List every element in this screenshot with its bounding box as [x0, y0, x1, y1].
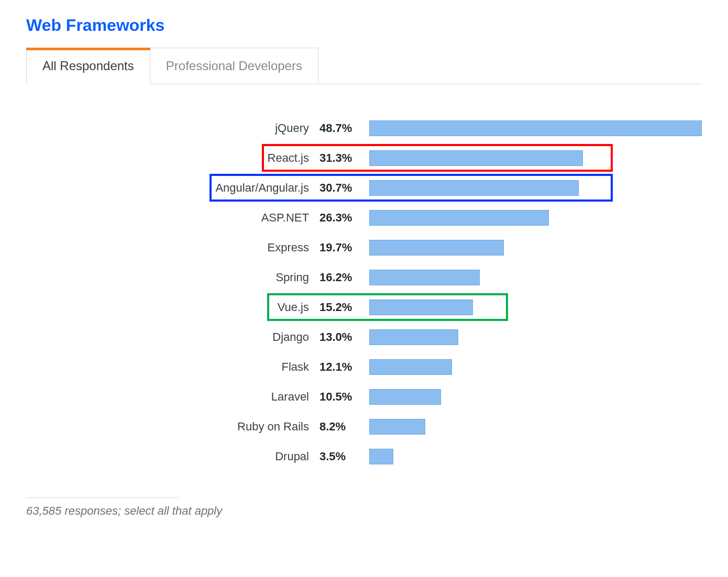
bar-track — [369, 359, 702, 375]
bar-label: Django — [26, 330, 319, 344]
bar-track — [369, 449, 702, 464]
page-title: Web Frameworks — [26, 16, 702, 35]
tab-professional-developers[interactable]: Professional Developers — [150, 48, 318, 84]
bar-percent: 13.0% — [319, 330, 369, 344]
bar-percent: 19.7% — [319, 241, 369, 254]
bar-label: Ruby on Rails — [26, 420, 319, 434]
bar-fill — [369, 419, 425, 435]
bar-row-rubyonrails: Ruby on Rails 8.2% — [26, 412, 702, 441]
bar-fill — [369, 120, 702, 136]
bar-label: React.js — [26, 151, 319, 165]
bar-fill — [369, 270, 480, 285]
bar-percent: 3.5% — [319, 450, 369, 463]
bar-percent: 26.3% — [319, 211, 369, 225]
bar-fill — [369, 180, 579, 196]
bar-label: Flask — [26, 360, 319, 374]
bar-track — [369, 299, 702, 315]
bar-track — [369, 180, 702, 196]
bar-row-laravel: Laravel 10.5% — [26, 382, 702, 412]
bar-percent: 12.1% — [319, 360, 369, 374]
footnote: 63,585 responses; select all that apply — [26, 504, 702, 518]
bar-percent: 10.5% — [319, 390, 369, 404]
bar-fill — [369, 329, 458, 345]
chart-container: jQuery 48.7% React.js 31.3% Angular/Angu… — [26, 84, 702, 487]
bar-label: Laravel — [26, 390, 319, 404]
bar-row-flask: Flask 12.1% — [26, 352, 702, 382]
bar-track — [369, 419, 702, 435]
footnote-divider — [26, 497, 178, 498]
bar-fill — [369, 240, 504, 256]
bar-fill — [369, 359, 452, 375]
bar-track — [369, 270, 702, 285]
bar-row-drupal: Drupal 3.5% — [26, 441, 702, 471]
bar-track — [369, 150, 702, 166]
bar-fill — [369, 389, 441, 405]
bar-fill — [369, 299, 473, 315]
bar-percent: 48.7% — [319, 121, 369, 135]
bar-row-express: Express 19.7% — [26, 232, 702, 262]
bar-percent: 31.3% — [319, 151, 369, 165]
bar-label: ASP.NET — [26, 211, 319, 225]
bar-label: Drupal — [26, 450, 319, 463]
bar-label: Angular/Angular.js — [26, 181, 319, 195]
bar-row-vue: Vue.js 15.2% — [26, 292, 702, 322]
bar-row-aspnet: ASP.NET 26.3% — [26, 203, 702, 232]
bar-fill — [369, 150, 583, 166]
bar-track — [369, 120, 702, 136]
bar-label: Vue.js — [26, 301, 319, 314]
bar-percent: 15.2% — [319, 301, 369, 314]
bar-fill — [369, 449, 393, 464]
bar-percent: 16.2% — [319, 271, 369, 284]
tab-all-respondents[interactable]: All Respondents — [26, 48, 150, 84]
bar-track — [369, 389, 702, 405]
bar-row-react: React.js 31.3% — [26, 143, 702, 173]
bar-label: jQuery — [26, 121, 319, 135]
bar-label: Express — [26, 241, 319, 254]
tabs-container: All Respondents Professional Developers — [26, 48, 702, 84]
bar-track — [369, 329, 702, 345]
bar-row-angular: Angular/Angular.js 30.7% — [26, 173, 702, 203]
bar-row-spring: Spring 16.2% — [26, 262, 702, 292]
bar-track — [369, 210, 702, 226]
bar-row-django: Django 13.0% — [26, 322, 702, 352]
bar-percent: 8.2% — [319, 420, 369, 434]
bar-percent: 30.7% — [319, 181, 369, 195]
bar-track — [369, 240, 702, 256]
bar-label: Spring — [26, 271, 319, 284]
bar-fill — [369, 210, 549, 226]
bar-row-jquery: jQuery 48.7% — [26, 113, 702, 143]
